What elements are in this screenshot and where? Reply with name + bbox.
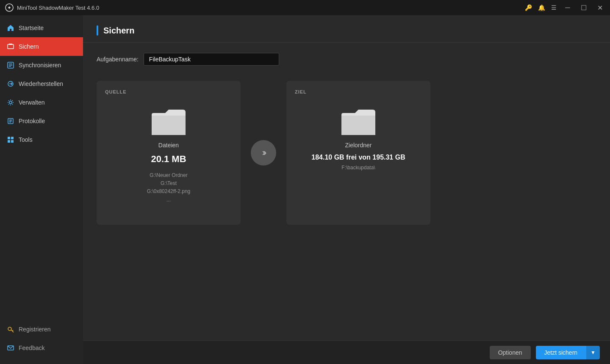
task-name-input[interactable]	[144, 53, 279, 66]
key-icon	[7, 325, 14, 333]
sidebar-label-restore: Wiederherstellen	[19, 80, 63, 87]
backup-now-group: Jetzt sichern ▼	[536, 346, 600, 359]
app-title: MiniTool ShadowMaker Test 4.6.0	[17, 5, 525, 11]
svg-rect-1	[8, 44, 14, 49]
manage-icon	[7, 99, 14, 106]
dest-card-label: ZIEL	[295, 89, 422, 94]
bottom-bar: Optionen Jetzt sichern ▼	[83, 340, 610, 364]
sync-icon	[7, 61, 14, 69]
arrow-button[interactable]: ››	[251, 140, 276, 165]
destination-card[interactable]: ZIEL Zielordner 184.10 GB frei von 195.3…	[286, 81, 430, 225]
close-button[interactable]: ✕	[595, 3, 605, 13]
bell-icon[interactable]: 🔔	[538, 4, 545, 11]
source-size: 20.1 MB	[105, 154, 232, 165]
sidebar-item-home[interactable]: Startseite	[0, 19, 83, 37]
main-content: Sichern Aufgabenname: QUELLE	[83, 15, 610, 364]
sidebar-nav: Startseite Sichern	[0, 19, 83, 320]
svg-rect-20	[152, 116, 186, 135]
sidebar-bottom: Registrieren Feedback	[0, 320, 83, 364]
sidebar-item-sync[interactable]: Synchronisieren	[0, 56, 83, 74]
svg-rect-22	[341, 116, 375, 135]
minimize-button[interactable]: ─	[563, 3, 573, 13]
backup-dropdown-button[interactable]: ▼	[586, 346, 600, 359]
task-name-row: Aufgabenname:	[97, 53, 596, 66]
backup-icon	[7, 43, 14, 50]
app-body: Startseite Sichern	[0, 15, 610, 364]
source-folder-icon	[152, 106, 186, 135]
backup-now-button[interactable]: Jetzt sichern	[536, 346, 586, 359]
window-controls: 🔑 🔔 ☰ ─ ☐ ✕	[525, 3, 605, 13]
header-accent-bar	[97, 25, 98, 36]
logs-icon	[7, 117, 14, 125]
sidebar-item-feedback[interactable]: Feedback	[0, 339, 83, 357]
mail-icon	[7, 344, 14, 352]
page-header: Sichern	[83, 15, 610, 43]
page-body: Aufgabenname: QUELLE Dateien	[83, 43, 610, 340]
sidebar-label-manage: Verwalten	[19, 99, 44, 106]
app-logo	[5, 3, 14, 12]
sidebar-item-logs[interactable]: Protokolle	[0, 112, 83, 130]
chevron-right-icon: ››	[262, 147, 265, 158]
menu-icon[interactable]: ☰	[551, 4, 557, 11]
home-icon	[7, 24, 14, 32]
sidebar-label-logs: Protokolle	[19, 118, 45, 124]
sidebar-item-backup[interactable]: Sichern	[0, 37, 83, 56]
titlebar: MiniTool ShadowMaker Test 4.6.0 🔑 🔔 ☰ ─ …	[0, 0, 610, 15]
sidebar-item-manage[interactable]: Verwalten	[0, 93, 83, 112]
svg-rect-13	[8, 137, 10, 139]
sidebar-item-register[interactable]: Registrieren	[0, 320, 83, 339]
task-name-label: Aufgabenname:	[97, 56, 139, 63]
svg-rect-16	[11, 140, 14, 143]
options-button[interactable]: Optionen	[490, 346, 531, 359]
sidebar-item-tools[interactable]: Tools	[0, 130, 83, 149]
dest-folder-icon	[341, 106, 375, 135]
dest-path: F:\backupdata\	[295, 165, 422, 171]
sidebar: Startseite Sichern	[0, 15, 83, 364]
source-icon-area	[105, 106, 232, 135]
svg-point-8	[9, 101, 12, 104]
source-type-label: Dateien	[105, 142, 232, 149]
dest-icon-area	[295, 106, 422, 135]
restore-icon	[7, 80, 14, 88]
source-card-label: QUELLE	[105, 89, 232, 94]
source-paths: G:\Neuer Ordner G:\Test G:\0x80242ff-2.p…	[105, 171, 232, 204]
sidebar-item-restore[interactable]: Wiederherstellen	[0, 74, 83, 93]
sidebar-label-backup: Sichern	[19, 43, 39, 50]
page-title: Sichern	[103, 26, 134, 36]
sidebar-label-home: Startseite	[19, 25, 44, 31]
svg-rect-14	[11, 137, 14, 139]
sidebar-label-register: Registrieren	[19, 326, 50, 333]
svg-rect-2	[9, 44, 12, 45]
source-card[interactable]: QUELLE Dateien 20.1 MB G:\Neuer Ordner G…	[97, 81, 241, 225]
tools-icon	[7, 136, 14, 143]
sidebar-label-tools: Tools	[19, 136, 33, 143]
sidebar-label-feedback: Feedback	[19, 345, 44, 351]
sidebar-label-sync: Synchronisieren	[19, 62, 61, 69]
maximize-button[interactable]: ☐	[579, 3, 589, 13]
dest-free-space: 184.10 GB frei von 195.31 GB	[295, 154, 422, 161]
key-icon[interactable]: 🔑	[525, 4, 532, 11]
svg-rect-15	[8, 140, 10, 143]
svg-point-17	[8, 327, 11, 331]
cards-area: QUELLE Dateien 20.1 MB G:\Neuer Ordner G…	[97, 77, 596, 330]
dest-type-label: Zielordner	[295, 142, 422, 149]
